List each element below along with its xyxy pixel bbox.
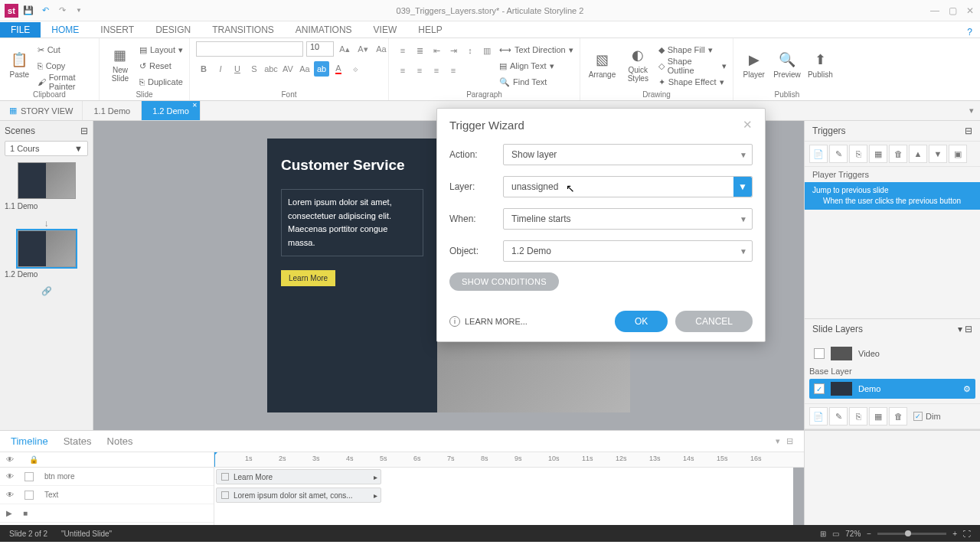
text-effects-icon[interactable]: ⟐ <box>348 61 363 77</box>
stop-icon[interactable]: ■ <box>23 509 28 517</box>
slide-thumb-0[interactable] <box>18 162 76 199</box>
outdent-icon[interactable]: ⇤ <box>429 43 444 58</box>
timeline-bar-0[interactable]: Learn More▸ <box>216 469 381 484</box>
action-select[interactable]: Show layer▼ <box>503 144 753 165</box>
italic-icon[interactable]: I <box>213 61 228 77</box>
shadow-icon[interactable]: abc <box>263 61 279 77</box>
slide-tab-1[interactable]: 1.2 Demo✕ <box>142 101 201 120</box>
strike-icon[interactable]: S <box>247 61 262 77</box>
delete-layer-icon[interactable]: 🗑 <box>889 407 907 425</box>
layer-row-video[interactable]: Video <box>809 344 975 364</box>
tab-transitions[interactable]: TRANSITIONS <box>201 22 285 37</box>
tab-insert[interactable]: INSERT <box>90 22 145 37</box>
story-view-button[interactable]: ▦ STORY VIEW <box>0 101 83 120</box>
close-button[interactable]: ✕ <box>966 5 974 16</box>
tab-design[interactable]: DESIGN <box>145 22 201 37</box>
chevron-down-icon[interactable]: ▼ <box>733 177 752 197</box>
collapse-ribbon-icon[interactable]: ▾ <box>963 101 980 120</box>
bullets-icon[interactable]: ≡ <box>395 43 410 58</box>
show-conditions-button[interactable]: SHOW CONDITIONS <box>449 272 559 291</box>
preview-button[interactable]: 🔍Preview <box>773 41 801 87</box>
close-icon[interactable]: ✕ <box>192 102 198 109</box>
bold-icon[interactable]: B <box>196 61 211 77</box>
find-text-button[interactable]: 🔍 Find Text <box>499 75 573 89</box>
minimize-button[interactable]: — <box>930 5 939 16</box>
shape-outline-button[interactable]: ◇ Shape Outline ▾ <box>658 59 727 73</box>
tab-animations[interactable]: ANIMATIONS <box>285 22 363 37</box>
dialog-close-icon[interactable]: ✕ <box>743 118 753 132</box>
eye-icon[interactable]: 👁 <box>6 455 14 464</box>
when-select[interactable]: Timeline starts▼ <box>503 208 753 230</box>
learn-more-link[interactable]: iLEARN MORE... <box>449 316 528 327</box>
fit-icon[interactable]: ⊞ <box>820 530 826 538</box>
dim-checkbox[interactable]: ✓ <box>913 412 923 421</box>
tab-file[interactable]: FILE <box>0 22 41 37</box>
justify-icon[interactable]: ≡ <box>446 63 461 78</box>
grow-font-icon[interactable]: A▴ <box>337 41 352 57</box>
underline-icon[interactable]: U <box>230 61 245 77</box>
new-slide-button[interactable]: ▦New Slide <box>106 41 135 87</box>
font-family-select[interactable] <box>196 41 303 57</box>
edit-trigger-icon[interactable]: ✎ <box>829 145 848 163</box>
numbering-icon[interactable]: ≣ <box>412 43 427 58</box>
view-icon[interactable]: ▭ <box>832 530 839 538</box>
zoom-in-icon[interactable]: + <box>952 530 957 538</box>
lock-icon[interactable]: 🔒 <box>29 455 38 464</box>
clear-format-icon[interactable]: Aa <box>374 41 389 57</box>
maximize-button[interactable]: ▢ <box>949 5 957 16</box>
new-trigger-icon[interactable]: 📄 <box>809 145 828 163</box>
save-icon[interactable]: 💾 <box>20 2 37 19</box>
layer-row-base[interactable]: ✓ Demo ⚙ <box>809 379 975 399</box>
align-text-button[interactable]: ▤ Align Text ▾ <box>499 59 573 73</box>
redo-icon[interactable]: ↷ <box>54 2 70 19</box>
columns-icon[interactable]: ▥ <box>479 43 495 58</box>
copy-button[interactable]: ⎘ Copy <box>38 59 93 73</box>
zoom-fit-icon[interactable]: ⛶ <box>963 530 971 538</box>
timeline-track[interactable]: 1s 2s 3s 4s 5s 6s 7s 8s 9s 10s 11s 12s 1… <box>214 452 804 525</box>
indent-icon[interactable]: ⇥ <box>446 43 461 58</box>
timeline-bar-1[interactable]: Lorem ipsum dolor sit amet, cons...▸ <box>216 487 381 503</box>
scrollbar[interactable] <box>793 468 804 525</box>
new-layer-icon[interactable]: 📄 <box>809 407 828 425</box>
playhead[interactable] <box>214 452 215 467</box>
tab-states[interactable]: States <box>64 435 92 447</box>
trigger-item[interactable]: Jump to previous slide When the user cli… <box>805 182 980 210</box>
copy-trigger-icon[interactable]: ⎘ <box>849 145 867 163</box>
object-select[interactable]: 1.2 Demo▼ <box>503 240 753 262</box>
timeline-popout-icon[interactable]: ⊟ <box>786 436 793 446</box>
paste-trigger-icon[interactable]: ▦ <box>869 145 887 163</box>
qat-dropdown-icon[interactable]: ▼ <box>70 2 87 19</box>
collapse-icon[interactable]: ⊟ <box>80 126 88 136</box>
move-up-icon[interactable]: ▲ <box>909 145 927 163</box>
move-down-icon[interactable]: ▼ <box>929 145 947 163</box>
zoom-out-icon[interactable]: − <box>867 530 871 538</box>
ok-button[interactable]: OK <box>615 311 668 332</box>
timeline-row-0[interactable]: 👁btn more <box>0 468 214 486</box>
align-left-icon[interactable]: ≡ <box>395 63 410 78</box>
shape-fill-button[interactable]: ◆ Shape Fill ▾ <box>658 43 727 57</box>
dup-layer-icon[interactable]: ⎘ <box>849 407 867 425</box>
font-size-select[interactable]: 10 <box>306 41 334 57</box>
align-center-icon[interactable]: ≡ <box>412 63 427 78</box>
cut-button[interactable]: ✂ Cut <box>38 43 93 57</box>
edit-layer-icon[interactable]: ✎ <box>829 407 848 425</box>
align-right-icon[interactable]: ≡ <box>429 63 444 78</box>
undo-icon[interactable]: ↶ <box>37 2 54 19</box>
line-spacing-icon[interactable]: ↕ <box>462 43 478 58</box>
gear-icon[interactable]: ⚙ <box>963 384 971 394</box>
layout-button[interactable]: ▤ Layout ▾ <box>139 43 183 57</box>
player-button[interactable]: ▶Player <box>740 41 768 87</box>
paste-button[interactable]: 📋Paste <box>6 41 33 87</box>
shrink-font-icon[interactable]: A▾ <box>355 41 371 57</box>
tab-view[interactable]: VIEW <box>363 22 408 37</box>
layer-select[interactable]: unassigned▼ <box>503 176 753 197</box>
help-icon[interactable]: ? <box>967 27 972 37</box>
text-direction-button[interactable]: ⟷ Text Direction ▾ <box>499 43 573 57</box>
tab-home[interactable]: HOME <box>41 22 90 37</box>
spacing-icon[interactable]: AV <box>280 61 296 77</box>
delete-trigger-icon[interactable]: 🗑 <box>889 145 907 163</box>
variables-icon[interactable]: ▣ <box>949 145 967 163</box>
duplicate-button[interactable]: ⎘ Duplicate <box>139 75 183 89</box>
timeline-collapse-icon[interactable]: ▾ <box>776 436 780 446</box>
arrange-button[interactable]: ▧Arrange <box>586 41 618 87</box>
